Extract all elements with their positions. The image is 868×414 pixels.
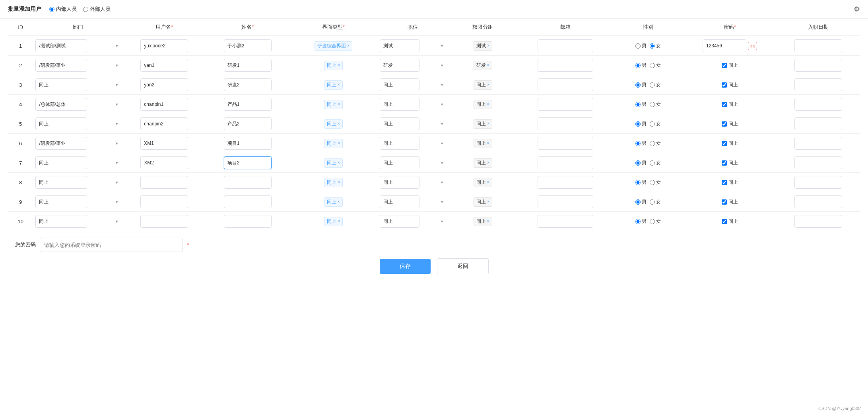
name-input[interactable] xyxy=(224,98,272,111)
gender-male-radio[interactable] xyxy=(635,102,641,107)
dept-select[interactable]: /测试部/测试/研发部/事业/总体部/总体同上 xyxy=(35,59,87,72)
gender-female-radio[interactable] xyxy=(650,43,655,49)
perm-tag-close-icon[interactable]: × xyxy=(487,63,489,67)
gender-female-radio[interactable] xyxy=(650,180,655,185)
joindate-input[interactable] xyxy=(794,39,842,52)
position-select[interactable]: 测试研发同上 xyxy=(380,39,419,52)
gender-male-label[interactable]: 男 xyxy=(635,160,647,166)
dept-select[interactable]: /测试部/测试/研发部/事业/总体部/总体同上 xyxy=(35,39,87,52)
name-input[interactable] xyxy=(224,195,272,208)
gender-female-radio[interactable] xyxy=(650,141,655,146)
gender-male-label[interactable]: 男 xyxy=(635,82,647,88)
dept-select[interactable]: /测试部/测试/研发部/事业/总体部/总体同上 xyxy=(35,117,87,130)
tag-close-icon[interactable]: × xyxy=(338,219,340,223)
gear-icon[interactable]: ⚙ xyxy=(854,5,860,14)
joindate-input[interactable] xyxy=(794,176,842,189)
position-select[interactable]: 测试研发同上 xyxy=(380,215,419,228)
username-input[interactable] xyxy=(140,59,188,72)
joindate-input[interactable] xyxy=(794,59,842,72)
email-input[interactable] xyxy=(538,176,593,189)
username-input[interactable] xyxy=(140,78,188,91)
dept-select[interactable]: /测试部/测试/研发部/事业/总体部/总体同上 xyxy=(35,78,87,91)
tag-close-icon[interactable]: × xyxy=(338,180,340,184)
position-select[interactable]: 测试研发同上 xyxy=(380,98,419,111)
position-select[interactable]: 测试研发同上 xyxy=(380,176,419,189)
perm-tag-close-icon[interactable]: × xyxy=(487,141,489,145)
tag-close-icon[interactable]: × xyxy=(338,63,340,67)
your-password-input[interactable] xyxy=(40,238,183,252)
gender-male-label[interactable]: 男 xyxy=(635,43,647,49)
email-input[interactable] xyxy=(538,156,593,169)
perm-tag-close-icon[interactable]: × xyxy=(487,83,489,87)
joindate-input[interactable] xyxy=(794,137,842,150)
gender-male-label[interactable]: 男 xyxy=(635,121,647,127)
gender-female-label[interactable]: 女 xyxy=(650,82,661,88)
pwd-same-checkbox[interactable] xyxy=(722,82,727,88)
gender-female-label[interactable]: 女 xyxy=(650,179,661,186)
perm-tag-close-icon[interactable]: × xyxy=(487,102,489,106)
gender-male-radio[interactable] xyxy=(635,82,641,88)
position-select[interactable]: 测试研发同上 xyxy=(380,156,419,169)
pwd-same-checkbox[interactable] xyxy=(722,219,727,224)
tag-close-icon[interactable]: × xyxy=(338,83,340,87)
tag-close-icon[interactable]: × xyxy=(338,141,340,145)
gender-male-radio[interactable] xyxy=(635,219,641,224)
gender-female-radio[interactable] xyxy=(650,199,655,205)
email-input[interactable] xyxy=(538,137,593,150)
gender-female-radio[interactable] xyxy=(650,121,655,127)
email-input[interactable] xyxy=(538,78,593,91)
perm-tag-close-icon[interactable]: × xyxy=(487,161,489,165)
joindate-input[interactable] xyxy=(794,195,842,208)
position-select[interactable]: 测试研发同上 xyxy=(380,195,419,208)
gender-male-radio[interactable] xyxy=(635,199,641,205)
gender-male-radio[interactable] xyxy=(635,160,641,166)
pwd-same-checkbox[interactable] xyxy=(722,180,727,185)
gender-female-radio[interactable] xyxy=(650,102,655,107)
joindate-input[interactable] xyxy=(794,78,842,91)
gender-female-radio[interactable] xyxy=(650,160,655,166)
username-input[interactable] xyxy=(140,117,188,130)
joindate-input[interactable] xyxy=(794,156,842,169)
pwd-same-checkbox[interactable] xyxy=(722,121,727,127)
name-input[interactable] xyxy=(224,39,272,52)
name-input[interactable] xyxy=(224,156,272,169)
perm-tag-close-icon[interactable]: × xyxy=(487,44,489,48)
email-input[interactable] xyxy=(538,39,593,52)
name-input[interactable] xyxy=(224,78,272,91)
username-input[interactable] xyxy=(140,176,188,189)
pwd-same-checkbox[interactable] xyxy=(722,102,727,107)
gender-male-radio[interactable] xyxy=(635,141,641,146)
gender-female-label[interactable]: 女 xyxy=(650,199,661,205)
gender-female-label[interactable]: 女 xyxy=(650,160,661,166)
save-button[interactable]: 保存 xyxy=(380,259,431,274)
pwd-same-checkbox[interactable] xyxy=(722,199,727,205)
gender-male-label[interactable]: 男 xyxy=(635,101,647,108)
email-input[interactable] xyxy=(538,215,593,228)
name-input[interactable] xyxy=(224,137,272,150)
username-input[interactable] xyxy=(140,39,188,52)
gender-female-label[interactable]: 女 xyxy=(650,43,661,49)
position-select[interactable]: 测试研发同上 xyxy=(380,78,419,91)
gender-male-radio[interactable] xyxy=(635,180,641,185)
gender-female-label[interactable]: 女 xyxy=(650,140,661,147)
tag-close-icon[interactable]: × xyxy=(347,44,350,48)
dept-select[interactable]: /测试部/测试/研发部/事业/总体部/总体同上 xyxy=(35,215,87,228)
joindate-input[interactable] xyxy=(794,98,842,111)
back-button[interactable]: 返回 xyxy=(437,258,489,274)
tag-close-icon[interactable]: × xyxy=(338,102,340,106)
perm-tag-close-icon[interactable]: × xyxy=(487,180,489,184)
gender-female-radio[interactable] xyxy=(650,82,655,88)
email-input[interactable] xyxy=(538,117,593,130)
gender-male-label[interactable]: 男 xyxy=(635,179,647,186)
joindate-input[interactable] xyxy=(794,215,842,228)
pwd-same-checkbox[interactable] xyxy=(722,160,727,166)
username-input[interactable] xyxy=(140,215,188,228)
name-input[interactable] xyxy=(224,176,272,189)
email-input[interactable] xyxy=(538,98,593,111)
gender-male-radio[interactable] xyxy=(635,43,641,49)
gender-male-radio[interactable] xyxy=(635,121,641,127)
password-input[interactable] xyxy=(703,39,746,52)
gender-female-label[interactable]: 女 xyxy=(650,218,661,225)
gender-male-radio[interactable] xyxy=(635,63,641,68)
gender-male-label[interactable]: 男 xyxy=(635,62,647,69)
